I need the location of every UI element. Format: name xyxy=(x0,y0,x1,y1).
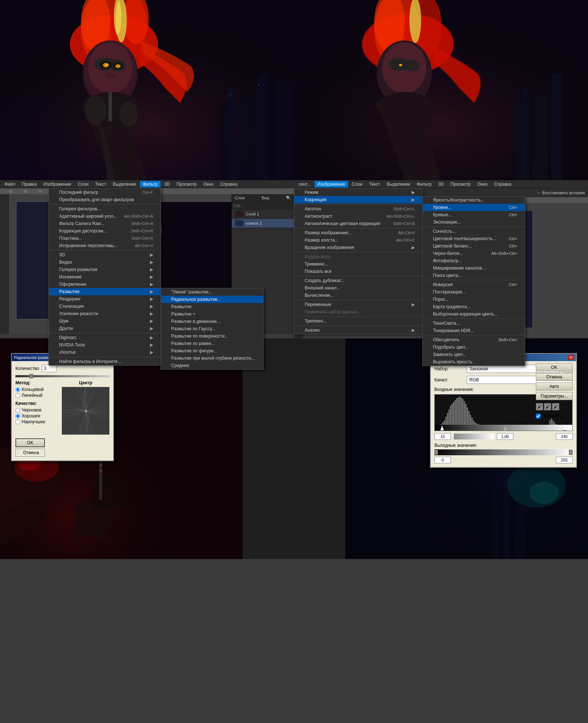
menu-digimarc[interactable]: Digimarc ▶ xyxy=(49,334,161,341)
right-menubar-select[interactable]: Выделение xyxy=(384,181,413,188)
radial-linear-option[interactable]: Линейный xyxy=(15,393,58,398)
levels-dialog-close[interactable]: ✕ xyxy=(568,355,574,360)
menu-sharpen[interactable]: Усиление резкости ▶ xyxy=(49,310,161,317)
img-autocolor[interactable]: Автоматическая цветовая коррекция Shift+… xyxy=(294,220,422,227)
radial-linear-radio[interactable] xyxy=(15,393,20,398)
menubar-item-edit[interactable]: Правка xyxy=(19,181,40,188)
menu-liquify[interactable]: Пластика... Shift+Ctrl+X xyxy=(49,235,161,242)
right-menubar-view[interactable]: Просмотр xyxy=(448,181,474,188)
menu-smart-filters[interactable]: Преобразовать для смарт-фильтров xyxy=(49,196,161,203)
corr-colorbalance[interactable]: Цветовой баланс... Ctrl+ xyxy=(423,242,525,250)
menu-gallery[interactable]: Галерея фильтров... xyxy=(49,205,161,213)
img-menu-correction[interactable]: Коррекция ▶ Яркость/Контрастность... Уро… xyxy=(294,196,422,203)
menu-video[interactable]: Видео ▶ xyxy=(49,259,161,266)
corr-channelmixer[interactable]: Микширование каналов... xyxy=(423,264,525,272)
radial-cancel-button[interactable]: Отмена xyxy=(15,449,45,457)
levels-black-dropper[interactable]: 🖌 xyxy=(536,403,543,410)
img-imagesize[interactable]: Размер изображения... Alt+Ctrl+I xyxy=(294,229,422,236)
menubar-item-window[interactable]: Окно xyxy=(200,181,216,188)
menu-3d[interactable]: 3D ▶ xyxy=(49,251,161,259)
img-canvassize[interactable]: Размер холста... Alt+Ctrl+C xyxy=(294,236,422,244)
levels-output-slider[interactable] xyxy=(434,449,573,455)
menu-stylize[interactable]: Оформление ▶ xyxy=(49,281,161,288)
blur-radial[interactable]: Радиальное размытие... xyxy=(161,296,263,303)
menubar-item-help[interactable]: Справка xyxy=(217,181,240,188)
blur-smart[interactable]: "Умное" размытие... xyxy=(161,288,263,296)
img-rotation[interactable]: Вращение изображения ▶ xyxy=(294,244,422,251)
blur-gaussian[interactable]: Размытие по Гауссу... xyxy=(161,325,263,332)
radial-amount-input[interactable] xyxy=(42,365,57,372)
levels-input-max[interactable] xyxy=(556,433,573,440)
radial-best-radio[interactable] xyxy=(15,420,20,424)
img-duplicate[interactable]: Создать дубликат... xyxy=(294,277,422,284)
menu-xnormal[interactable]: xNormal ▶ xyxy=(49,349,161,356)
levels-white-dropper[interactable]: 🖌 xyxy=(552,403,559,410)
menu-adaptive[interactable]: Адаптивный широкий угол... Alt+Shift+Ctr… xyxy=(49,213,161,220)
right-menubar-window[interactable]: Окно xyxy=(474,181,491,188)
corr-threshold[interactable]: Порог... xyxy=(423,296,525,303)
menu-blur-gallery[interactable]: Галерея размытия ▶ xyxy=(49,266,161,273)
menu-distortion[interactable]: Коррекция дисторсии... Shift+Ctrl+R xyxy=(49,227,161,235)
blur-average[interactable]: Среднее xyxy=(161,362,263,369)
corr-colorsearch[interactable]: Поиск цвета... xyxy=(423,272,525,279)
radial-amount-slider[interactable] xyxy=(15,375,110,377)
img-variables[interactable]: Переменные ▶ xyxy=(294,301,422,308)
corr-hdr[interactable]: Тонирование HDR... xyxy=(423,327,525,334)
corr-bw[interactable]: Черно-белое... Alt+Shift+Ctrl+ xyxy=(423,250,525,257)
img-calculations[interactable]: Вычисления... xyxy=(294,292,422,299)
corr-selective-color[interactable]: Выборочная коррекция цвета... xyxy=(423,310,525,318)
radial-center-preview[interactable] xyxy=(62,387,110,435)
img-reveal[interactable]: Показать все xyxy=(294,268,422,275)
levels-params-button[interactable]: Параметры... xyxy=(536,392,573,400)
corr-hsl[interactable]: Цветовой тон/Насыщенность... Ctrl+ xyxy=(423,235,525,242)
img-analysis[interactable]: Анализ ▶ xyxy=(294,327,422,334)
menubar-item-select[interactable]: Выделение xyxy=(110,181,139,188)
menubar-item-3d[interactable]: 3D xyxy=(161,181,173,188)
menubar-item-filter[interactable]: Фильтр xyxy=(140,181,161,188)
blur-lens[interactable]: Размытие при малой глубине резкости... xyxy=(161,355,263,362)
blur-surface[interactable]: Размытие по поверхности... xyxy=(161,332,263,340)
corr-vibrance[interactable]: Сочность... xyxy=(423,228,525,235)
levels-preview-checkbox-row[interactable]: Просмотр xyxy=(536,413,573,419)
levels-input-min[interactable] xyxy=(434,433,451,440)
layer-item-2[interactable]: клинок 2 xyxy=(232,219,294,228)
menu-distort[interactable]: Искажение ▶ xyxy=(49,273,161,281)
levels-output-min[interactable] xyxy=(434,457,451,463)
levels-output-shadow-handle[interactable] xyxy=(434,450,438,455)
levels-ok-button[interactable]: OK xyxy=(536,363,573,371)
menu-perspective[interactable]: Исправление перспективы... Alt+Ctrl+V xyxy=(49,242,161,249)
blur-box[interactable]: Размытие по рамке... xyxy=(161,340,263,347)
blur-simple[interactable]: Размытие xyxy=(161,303,263,310)
levels-output-max[interactable] xyxy=(556,457,573,463)
blur-shape[interactable]: Размытие по фигуре... xyxy=(161,347,263,355)
blur-motion[interactable]: Размытие в движении... xyxy=(161,318,263,325)
radial-ring-radio[interactable] xyxy=(15,387,20,392)
layer-item-1[interactable]: Слой 1 xyxy=(232,210,294,219)
levels-auto-button[interactable]: Авто xyxy=(536,382,573,391)
corr-exposure[interactable]: Экспозиция... xyxy=(423,218,525,226)
corr-shadowhighlight[interactable]: Тени/Света... xyxy=(423,320,525,327)
menu-nvidia[interactable]: NVIDIA Tools ▶ xyxy=(49,341,161,349)
menubar-item-layers[interactable]: Слои xyxy=(75,181,92,188)
corr-gradient-map[interactable]: Карта градиента... xyxy=(423,303,525,310)
img-autocontrast[interactable]: Автоконтраст Alt+Shift+Ctrl+L xyxy=(294,213,422,220)
levels-gray-dropper[interactable]: 🖌 xyxy=(544,403,551,410)
levels-input-mid[interactable] xyxy=(497,433,513,440)
corr-match-color[interactable]: Подобрать цвет... xyxy=(423,343,525,351)
corr-desaturate[interactable]: Обесцветить Shift+Ctrl+ xyxy=(423,336,525,343)
radial-slider-thumb[interactable] xyxy=(29,374,33,378)
right-menubar-layers[interactable]: Слои xyxy=(349,181,365,188)
corr-photofilter[interactable]: Фотофильтр... xyxy=(423,257,525,264)
radial-best-option[interactable]: Наилучшее xyxy=(15,419,58,424)
img-trapping[interactable]: Треппинг... xyxy=(294,317,422,325)
right-menubar-image-full[interactable]: Изображение xyxy=(315,181,348,188)
right-menubar-image[interactable]: синт... xyxy=(295,181,314,188)
img-trim[interactable]: Тримминг... xyxy=(294,260,422,268)
levels-preview-checkbox[interactable] xyxy=(536,414,541,419)
levels-output-highlight-handle[interactable] xyxy=(569,450,573,455)
menu-last-filter[interactable]: Последний фильтр Ctrl+F xyxy=(49,189,161,196)
menubar-item-text[interactable]: Текст xyxy=(92,181,109,188)
levels-cancel-button[interactable]: Отмена xyxy=(536,373,573,381)
corr-levels[interactable]: Уровни... Ctrl+ xyxy=(423,204,525,211)
menu-stylize2[interactable]: Стилизация ▶ xyxy=(49,303,161,310)
